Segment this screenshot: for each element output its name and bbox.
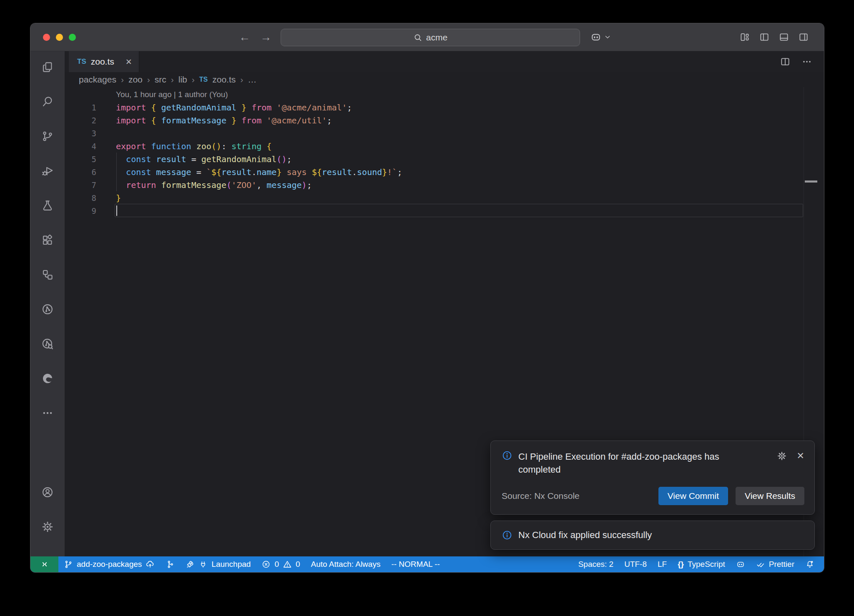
activity-item-nx-cloud[interactable] [36, 332, 59, 356]
status-vim-mode[interactable]: -- NORMAL -- [386, 556, 445, 572]
breadcrumb-item-lib[interactable]: lib [178, 75, 187, 85]
status-language[interactable]: {}TypeScript [672, 556, 731, 572]
activity-item-source-control[interactable] [36, 125, 59, 148]
status-encoding[interactable]: UTF-8 [619, 556, 652, 572]
braces-icon: {} [678, 560, 684, 569]
minimize-window-button[interactable] [56, 34, 63, 41]
explorer-icon [41, 61, 54, 73]
typescript-file-icon: TS [77, 58, 86, 66]
gitlens-blame-annotation: You, 1 hour ago | 1 author (You) [116, 90, 228, 99]
current-line-highlight [115, 204, 803, 217]
split-editor-icon[interactable] [780, 56, 791, 67]
plug-icon [198, 560, 208, 569]
error-icon [261, 560, 271, 569]
status-notifications-bell[interactable] [800, 556, 820, 572]
status-auto-attach[interactable]: Auto Attach: Always [306, 556, 386, 572]
activity-item-extensions[interactable] [36, 228, 59, 252]
account-icon [41, 486, 54, 498]
warning-icon [283, 560, 292, 569]
close-tab-icon[interactable]: ✕ [126, 57, 132, 67]
rocket-icon [186, 560, 195, 569]
indent-guide [116, 153, 117, 191]
notification-message: Nx Cloud fix applied successfully [518, 530, 652, 541]
line-number: 2 [65, 116, 96, 125]
status-label: 0 [274, 560, 279, 569]
remote-icon [40, 560, 49, 569]
status-launchpad[interactable]: Launchpad [180, 556, 256, 572]
status-formatter[interactable]: Prettier [751, 556, 800, 572]
breadcrumb-trailing[interactable]: … [248, 75, 256, 85]
status-label: 0 [296, 560, 300, 569]
status-label: Prettier [769, 560, 794, 569]
history-nav: ← → [239, 23, 271, 51]
toggle-panel-icon[interactable] [779, 32, 789, 43]
settings-gear-icon [41, 521, 54, 533]
breadcrumb-item-zoo[interactable]: zoo [128, 75, 143, 85]
breadcrumb-item-src[interactable]: src [155, 75, 166, 85]
activity-bar-bottom [36, 481, 59, 550]
branch-icon [64, 560, 73, 569]
notification-message: CI Pipeline Execution for #add-zoo-packa… [518, 450, 743, 476]
activity-item-settings-gear[interactable] [36, 515, 59, 538]
customize-layout-icon[interactable] [739, 32, 750, 43]
more-actions-icon[interactable] [801, 56, 812, 67]
view-commit-button[interactable]: View Commit [658, 487, 728, 505]
activity-item-account[interactable] [36, 481, 59, 504]
status-git-graph[interactable] [160, 556, 180, 572]
activity-item-nx-console[interactable] [36, 298, 59, 321]
notification-settings-gear-icon[interactable] [777, 451, 787, 461]
cloud-upload-icon [146, 560, 155, 569]
activity-item-more[interactable] [36, 401, 59, 425]
breadcrumb-separator: › [240, 75, 243, 85]
command-center-search[interactable]: acme [281, 29, 580, 46]
window-controls [43, 23, 76, 51]
search-icon [41, 95, 54, 108]
code-line-3: 3 [65, 127, 824, 140]
breadcrumb-separator: › [171, 75, 174, 85]
activity-bar-top [36, 55, 59, 436]
status-git-branch[interactable]: add-zoo-packages [58, 556, 160, 572]
status-eol[interactable]: LF [652, 556, 672, 572]
line-number: 4 [65, 142, 96, 151]
tab-zoo-ts[interactable]: TS zoo.ts ✕ [69, 51, 139, 72]
info-icon [502, 450, 512, 461]
linked-squares-icon [41, 268, 54, 281]
status-label: LF [658, 560, 667, 569]
code-lines: 1import { getRandomAnimal } from '@acme/… [65, 101, 824, 217]
close-window-button[interactable] [43, 34, 50, 41]
breadcrumb-item-file[interactable]: zoo.ts [212, 75, 236, 85]
activity-item-testing[interactable] [36, 194, 59, 217]
status-remote-indicator[interactable] [30, 556, 58, 572]
extensions-icon [41, 234, 54, 246]
chevron-down-icon [604, 33, 611, 41]
code-text: const message = `${result.name} says ${r… [96, 167, 402, 177]
code-text: } [96, 193, 121, 203]
breadcrumb-separator: › [121, 75, 124, 85]
breadcrumb-item-packages[interactable]: packages [79, 75, 116, 85]
code-line-2: 2import { formatMessage } from '@acme/ut… [65, 114, 824, 127]
zoom-window-button[interactable] [69, 34, 76, 41]
code-text: export function zoo(): string { [96, 141, 271, 151]
toggle-secondary-sidebar-icon[interactable] [798, 32, 809, 43]
typescript-file-icon: TS [199, 76, 208, 83]
activity-item-linked-squares[interactable] [36, 263, 59, 286]
activity-item-edge-browser[interactable] [36, 367, 59, 390]
status-copilot-status[interactable] [731, 556, 751, 572]
breadcrumb-separator: › [192, 75, 195, 85]
activity-item-search[interactable] [36, 90, 59, 113]
view-results-button[interactable]: View Results [736, 487, 804, 505]
activity-item-run-debug[interactable] [36, 159, 59, 183]
line-number: 8 [65, 193, 96, 203]
back-arrow-icon[interactable]: ← [239, 31, 250, 44]
code-line-1: 1import { getRandomAnimal } from '@acme/… [65, 101, 824, 114]
status-indentation[interactable]: Spaces: 2 [573, 556, 619, 572]
forward-arrow-icon[interactable]: → [260, 31, 271, 44]
copilot-menu[interactable] [590, 23, 611, 51]
toggle-primary-sidebar-icon[interactable] [759, 32, 770, 43]
status-problems[interactable]: 00 [256, 556, 305, 572]
activity-item-explorer[interactable] [36, 55, 59, 79]
text-cursor [116, 205, 117, 216]
notification-close-icon[interactable]: ✕ [797, 451, 804, 461]
code-line-7: 7 return formatMessage('ZOO', message); [65, 178, 824, 191]
breadcrumb: packages›zoo›src›lib›TSzoo.ts›… [65, 72, 824, 87]
